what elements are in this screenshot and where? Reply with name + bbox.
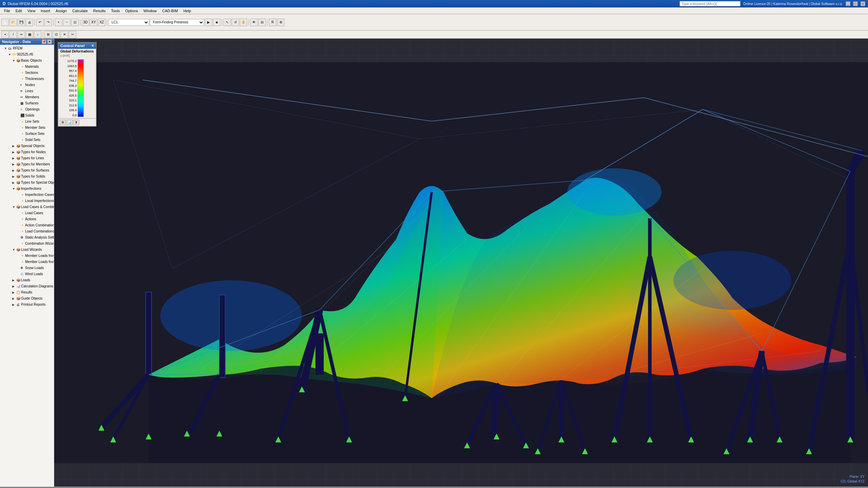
cp-header[interactable]: Control Panel × [58,43,96,49]
tree-member-loads-free[interactable]: 🔸 Member Loads from Free Line Load [0,259,54,265]
menu-view[interactable]: View [25,8,38,14]
new-button[interactable]: 📄 [1,19,9,26]
menu-file[interactable]: File [1,8,13,14]
tree-printout-reports[interactable]: ▶ 🖨 Printout Reports [0,302,54,308]
tree-local-imperfections[interactable]: 🔸 Local Imperfections [0,198,54,204]
nav-pin-button[interactable]: 📌 [42,39,46,44]
menu-insert[interactable]: Insert [38,8,53,14]
tree-types-solids[interactable]: ▶ 📦 Types for Solids [0,174,54,180]
tree-actions[interactable]: 🔸 Actions [0,216,54,222]
tree-line-sets[interactable]: 🔸 Line Sets [0,119,54,125]
tree-member-loads-area[interactable]: 🔸 Member Loads from Area Load [0,253,54,259]
cut-button[interactable]: ✂ [69,31,76,38]
cp-close-button[interactable]: × [92,43,94,48]
tree-calc-diagrams[interactable]: ▶ 📊 Calculation Diagrams [0,283,54,289]
tree-results[interactable]: ▶ 📋 Results [0,289,54,296]
main-area: Navigator - Data 📌 × ▼ 🗂 RFEM ▼ 📁 002525… [0,39,868,487]
tree-basic-objects[interactable]: ▼ 📦 Basic Objects [0,58,54,64]
rotate-button[interactable]: ↺ [232,19,239,26]
load-tool[interactable]: ↓ [34,31,41,38]
tree-guide-objects[interactable]: ▶ 📦 Guide Objects [0,296,54,302]
tree-surface-sets[interactable]: 🔸 Surface Sets [0,131,54,137]
analysis-dropdown[interactable]: Form-Finding Prestress [150,19,204,26]
maximize-button[interactable]: □ [853,1,858,6]
tree-member-sets[interactable]: 🔸 Member Sets [0,125,54,131]
load-case-dropdown[interactable]: LC1 [108,19,149,26]
redo-button[interactable]: ↷ [44,19,52,26]
save-button[interactable]: 💾 [18,19,25,26]
tree-sections[interactable]: 🔸 Sections [0,70,54,76]
tree-static-analysis[interactable]: ⚙ Static Analysis Settings [0,235,54,241]
tree-wind-loads[interactable]: 💨 Wind Loads [0,271,54,277]
menu-window[interactable]: Window [141,8,159,14]
snap-grid[interactable]: ⊞ [44,31,52,38]
tree-lines[interactable]: ━ Lines [0,88,54,94]
result-settings-button[interactable]: ⚙ [277,19,284,26]
minimize-button[interactable]: _ [846,1,850,6]
tree-load-cases[interactable]: 🔸 Load Cases [0,210,54,216]
node-tool[interactable]: • [1,31,9,38]
tree-types-members[interactable]: ▶ 📦 Types for Members [0,161,54,167]
delete-button[interactable]: ✕ [61,31,68,38]
tree-types-lines[interactable]: ▶ 📦 Types for Lines [0,155,54,161]
zoom-all-button[interactable]: ⊡ [71,19,79,26]
tree-imperfections[interactable]: ▼ 📦 Imperfections [0,186,54,192]
pan-button[interactable]: ✋ [240,19,247,26]
tree-combination-wizards[interactable]: 🔸 Combination Wizards [0,241,54,247]
line-tool[interactable]: / [9,31,17,38]
tree-file[interactable]: ▼ 📁 002525.rf6 [0,52,54,58]
menu-cad-bim[interactable]: CAD-BIM [159,8,180,14]
view-3d-button[interactable]: 3D [82,19,89,26]
nav-close-button[interactable]: × [47,39,52,44]
tree-rfem-root[interactable]: ▼ 🗂 RFEM [0,45,54,52]
tree-surfaces[interactable]: ▦ Surfaces [0,100,54,106]
viewport-3d[interactable]: Control Panel × Global Deformations u [m… [54,39,868,487]
tree-solid-sets[interactable]: 🔸 Solid Sets [0,137,54,143]
close-button[interactable]: × [861,1,865,6]
select-button[interactable]: ↖ [223,19,231,26]
menu-calculate[interactable]: Calculate [70,8,91,14]
cp-export-button[interactable]: ⬆ [73,120,79,125]
filter-button[interactable]: ⊟ [258,19,266,26]
tree-types-nodes[interactable]: ▶ 📦 Types for Nodes [0,149,54,155]
menu-edit[interactable]: Edit [13,8,25,14]
member-tool[interactable]: ═ [18,31,25,38]
snap-object[interactable]: ⊡ [53,31,60,38]
open-button[interactable]: 📂 [9,19,17,26]
view-xz-button[interactable]: XZ [98,19,105,26]
zoom-out-button[interactable]: − [63,19,71,26]
tree-openings[interactable]: ○ Openings [0,106,54,113]
tree-special-objects[interactable]: ▶ 📦 Special Objects [0,143,54,149]
zoom-in-button[interactable]: + [55,19,62,26]
tree-solids[interactable]: ⬛ Solids [0,113,54,119]
undo-button[interactable]: ↶ [36,19,44,26]
menu-assign[interactable]: Assign [53,8,70,14]
menu-help[interactable]: Help [181,8,194,14]
tree-imperfection-cases[interactable]: 🔸 Imperfection Cases [0,192,54,198]
tree-thicknesses[interactable]: 🔸 Thicknesses [0,76,54,82]
tree-load-combinations[interactable]: 🔸 Load Combinations [0,228,54,235]
menu-results[interactable]: Results [91,8,108,14]
tree-members[interactable]: ═ Members [0,94,54,100]
print-button[interactable]: 🖨 [26,19,33,26]
cp-settings-button[interactable]: ⚙ [60,120,66,125]
tree-snow-loads[interactable]: ❄ Snow Loads [0,265,54,271]
tree-materials[interactable]: 🔸 Materials [0,64,54,70]
results-button[interactable]: R [269,19,276,26]
tree-types-special[interactable]: ▶ 📦 Types for Special Objects [0,180,54,186]
surface-tool[interactable]: ▦ [26,31,33,38]
run-button[interactable]: ▶ [205,19,212,26]
tree-types-surfaces[interactable]: ▶ 📦 Types for Surfaces [0,167,54,174]
tree-load-cases-combo[interactable]: ▼ 📦 Load Cases & Combinations [0,204,54,210]
display-button[interactable]: 👁 [250,19,258,26]
tree-loads[interactable]: ▶ 📦 Loads [0,277,54,283]
tree-action-combinations[interactable]: 🔸 Action Combinations [0,222,54,228]
tree-load-wizards[interactable]: ▼ 📦 Load Wizards [0,247,54,253]
tree-nodes[interactable]: • Nodes [0,82,54,88]
stop-button[interactable]: ■ [213,19,220,26]
search-input[interactable] [679,1,741,6]
menu-options[interactable]: Options [122,8,141,14]
cp-diagram-button[interactable]: 📊 [66,120,73,125]
view-xy-button[interactable]: XY [90,19,97,26]
menu-tools[interactable]: Tools [108,8,122,14]
